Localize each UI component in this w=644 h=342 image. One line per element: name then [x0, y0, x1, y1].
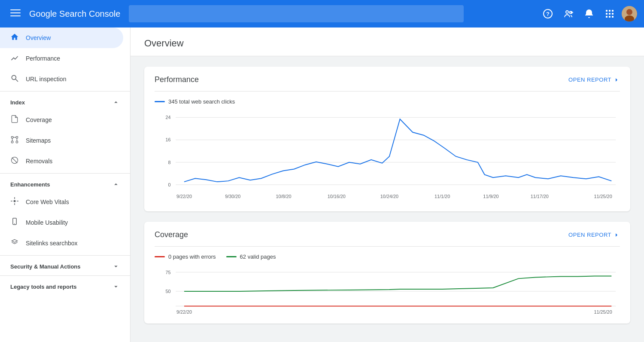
page-header: Overview: [131, 27, 644, 56]
svg-text:75: 75: [165, 270, 170, 275]
sidebar-item-performance[interactable]: Performance: [0, 48, 123, 69]
core-web-vitals-icon: [10, 197, 19, 208]
svg-point-19: [626, 9, 632, 15]
svg-text:10/8/20: 10/8/20: [276, 194, 291, 199]
mobile-usability-label: Mobile Usability: [26, 219, 68, 226]
coverage-label: Coverage: [26, 116, 52, 123]
svg-point-5: [566, 11, 568, 13]
sidebar-divider-3: [0, 255, 130, 256]
legacy-section-label: Legacy tools and reports: [10, 284, 77, 290]
svg-text:?: ?: [546, 11, 550, 17]
chevron-down-icon-2: [112, 283, 120, 290]
svg-text:11/25/20: 11/25/20: [594, 194, 612, 199]
sidebar-item-sitemaps[interactable]: Sitemaps: [0, 130, 123, 151]
performance-legend: 345 total web search clicks: [144, 92, 630, 108]
enhancements-sub-items: Core Web Vitals Mobile Usability: [0, 192, 130, 253]
svg-rect-24: [16, 136, 18, 138]
chevron-up-icon-2: [112, 180, 120, 188]
sidebar-divider-2: [0, 173, 130, 174]
home-icon: [10, 33, 19, 43]
performance-card: Performance OPEN REPORT 345 total web se…: [144, 67, 630, 211]
svg-rect-16: [609, 16, 611, 18]
help-icon[interactable]: ?: [539, 5, 556, 22]
manage-accounts-icon[interactable]: [560, 5, 577, 22]
sidebar-item-overview[interactable]: Overview: [0, 27, 123, 48]
page-title: Overview: [144, 38, 184, 49]
svg-line-31: [12, 157, 18, 163]
performance-icon: [10, 53, 19, 64]
sitelinks-searchbox-label: Sitelinks searchbox: [26, 240, 78, 247]
svg-rect-2: [10, 15, 21, 16]
svg-rect-14: [612, 13, 614, 15]
svg-rect-25: [12, 141, 13, 143]
removals-label: Removals: [26, 158, 52, 165]
security-section-label: Security & Manual Actions: [10, 263, 81, 270]
chevron-down-icon: [112, 263, 120, 270]
search-bar[interactable]: [129, 5, 464, 22]
main-layout: Overview Performance URL inspection: [0, 27, 644, 342]
coverage-icon: [10, 115, 19, 125]
svg-text:11/25/20: 11/25/20: [594, 309, 612, 315]
sidebar-url-inspection-label: URL inspection: [26, 76, 66, 82]
coverage-errors-label: 0 pages with errors: [168, 253, 216, 260]
notifications-icon[interactable]: [580, 5, 598, 22]
sidebar-divider-4: [0, 275, 130, 276]
sidebar-section-index[interactable]: Index: [0, 95, 130, 110]
sidebar-overview-label: Overview: [26, 34, 51, 41]
sidebar-section-enhancements[interactable]: Enhancements: [0, 177, 130, 192]
svg-line-22: [16, 79, 18, 81]
svg-text:11/9/20: 11/9/20: [483, 194, 498, 199]
coverage-open-report-btn[interactable]: OPEN REPORT: [568, 232, 620, 238]
chevron-right-icon: [613, 76, 620, 83]
performance-legend-label: 345 total web search clicks: [168, 98, 235, 105]
svg-text:9/30/20: 9/30/20: [225, 194, 240, 199]
performance-open-report-btn[interactable]: OPEN REPORT: [568, 76, 620, 83]
core-web-vitals-label: Core Web Vitals: [26, 198, 69, 205]
coverage-legend: 0 pages with errors 62 valid pages: [144, 247, 630, 263]
sidebar-performance-label: Performance: [26, 55, 60, 62]
svg-rect-15: [606, 16, 608, 18]
chevron-right-icon-2: [613, 232, 620, 238]
sitemaps-label: Sitemaps: [26, 137, 51, 144]
performance-legend-line: [155, 101, 165, 102]
chevron-up-icon: [112, 98, 120, 106]
sidebar-item-mobile-usability[interactable]: Mobile Usability: [0, 212, 123, 233]
svg-rect-10: [609, 10, 611, 12]
sidebar-item-url-inspection[interactable]: URL inspection: [0, 69, 123, 89]
svg-text:10/16/20: 10/16/20: [328, 194, 346, 199]
sidebar-item-sitelinks-searchbox[interactable]: Sitelinks searchbox: [0, 233, 123, 253]
coverage-card-title: Coverage: [155, 230, 188, 239]
sitemaps-icon: [10, 135, 19, 146]
sidebar: Overview Performance URL inspection: [0, 27, 131, 342]
sidebar-section-legacy[interactable]: Legacy tools and reports: [0, 279, 130, 294]
svg-text:10/24/20: 10/24/20: [380, 194, 398, 199]
user-avatar[interactable]: [622, 6, 637, 21]
app-logo: Google Search Console: [29, 9, 120, 19]
svg-rect-12: [606, 13, 608, 15]
sidebar-item-core-web-vitals[interactable]: Core Web Vitals: [0, 192, 123, 212]
mobile-usability-icon: [10, 217, 19, 228]
performance-chart-area: 24 16 8 0 9/22/20 9/30/20 10/8/20 10/16/…: [144, 108, 630, 211]
apps-icon[interactable]: [601, 5, 618, 22]
svg-rect-23: [12, 136, 13, 138]
svg-text:16: 16: [165, 137, 170, 142]
sidebar-section-security[interactable]: Security & Manual Actions: [0, 259, 130, 274]
sidebar-item-removals[interactable]: Removals: [0, 151, 123, 171]
enhancements-section-label: Enhancements: [10, 181, 50, 188]
performance-chart: 24 16 8 0 9/22/20 9/30/20 10/8/20 10/16/…: [155, 108, 620, 203]
menu-icon[interactable]: [7, 4, 24, 24]
svg-point-34: [14, 223, 15, 224]
index-section-label: Index: [10, 99, 25, 106]
sidebar-divider-1: [0, 91, 130, 92]
coverage-chart-area: 75 50 9/22/20 11/25/20: [144, 263, 630, 324]
topbar: Google Search Console ?: [0, 0, 644, 27]
svg-rect-9: [606, 10, 608, 12]
svg-text:50: 50: [165, 289, 170, 294]
search-icon: [10, 74, 19, 85]
svg-point-21: [12, 75, 16, 79]
sitelinks-icon: [10, 238, 19, 249]
coverage-legend-valid: 62 valid pages: [226, 253, 276, 260]
svg-text:0: 0: [168, 182, 170, 187]
sidebar-item-coverage[interactable]: Coverage: [0, 110, 123, 130]
svg-rect-11: [612, 10, 614, 12]
